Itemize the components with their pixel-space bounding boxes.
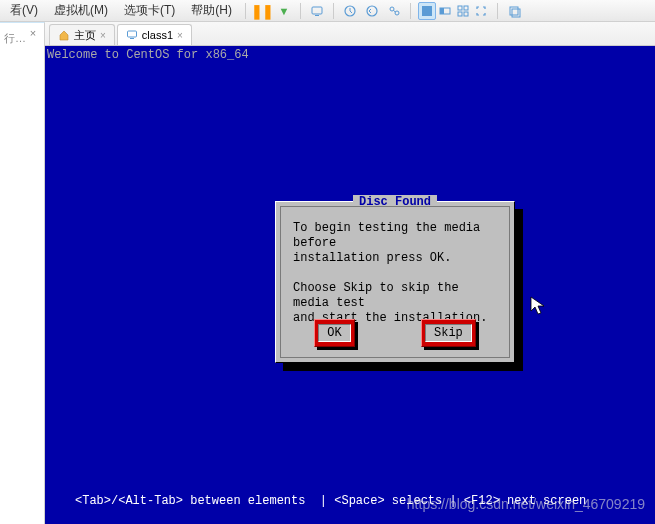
tab-home[interactable]: 主页 × (49, 24, 115, 45)
svg-rect-1 (315, 15, 319, 16)
ok-button[interactable]: OK (314, 319, 354, 347)
separator (333, 3, 334, 19)
left-sidebar: 行… × (0, 22, 45, 524)
skip-button-label: Skip (425, 324, 472, 342)
separator (497, 3, 498, 19)
svg-rect-8 (440, 8, 444, 14)
svg-rect-13 (510, 7, 518, 15)
fullscreen-icon[interactable] (472, 2, 490, 20)
tab-close-icon[interactable]: × (100, 30, 106, 41)
svg-rect-12 (464, 12, 468, 16)
tab-vm-label: class1 (142, 29, 173, 41)
unity-icon[interactable] (505, 2, 523, 20)
svg-point-4 (390, 7, 394, 11)
snapshot-icon[interactable] (341, 2, 359, 20)
tab-close-icon[interactable]: × (177, 30, 183, 41)
menubar: 看(V) 虚拟机(M) 选项卡(T) 帮助(H) ❚❚ ▼ (0, 0, 655, 22)
svg-rect-10 (464, 6, 468, 10)
svg-rect-14 (512, 9, 520, 17)
svg-rect-9 (458, 6, 462, 10)
tab-vm[interactable]: class1 × (117, 24, 192, 45)
tab-home-label: 主页 (74, 28, 96, 43)
play-dropdown-icon[interactable]: ▼ (275, 2, 293, 20)
separator (245, 3, 246, 19)
svg-rect-6 (422, 6, 432, 16)
menu-vm[interactable]: 虚拟机(M) (48, 0, 114, 21)
console-welcome-text: Welcome to CentOS for x86_64 (47, 48, 249, 62)
separator (300, 3, 301, 19)
svg-rect-0 (312, 7, 322, 14)
sidebar-label: 行… (4, 31, 26, 46)
svg-rect-11 (458, 12, 462, 16)
mouse-cursor-icon (530, 296, 546, 321)
layout-single-icon[interactable] (418, 2, 436, 20)
dialog-body-text: To begin testing the media before instal… (293, 221, 497, 326)
skip-button[interactable]: Skip (421, 319, 476, 347)
menu-help[interactable]: 帮助(H) (185, 0, 238, 21)
send-ctrl-alt-del-icon[interactable] (308, 2, 326, 20)
ok-button-label: OK (318, 324, 350, 342)
snapshot-manager-icon[interactable] (385, 2, 403, 20)
layout-thumb-icon[interactable] (454, 2, 472, 20)
pause-icon[interactable]: ❚❚ (253, 2, 271, 20)
menu-view[interactable]: 看(V) (4, 0, 44, 21)
snapshot-revert-icon[interactable] (363, 2, 381, 20)
home-icon (58, 29, 70, 41)
layout-side-icon[interactable] (436, 2, 454, 20)
disc-found-dialog: Disc Found To begin testing the media be… (275, 201, 515, 363)
tabbar: 主页 × class1 × (45, 22, 655, 46)
svg-rect-16 (130, 38, 134, 39)
menu-tabs[interactable]: 选项卡(T) (118, 0, 181, 21)
separator (410, 3, 411, 19)
svg-point-3 (367, 6, 377, 16)
sidebar-close-icon[interactable]: × (26, 27, 40, 41)
vm-console[interactable]: Welcome to CentOS for x86_64 Disc Found … (45, 46, 655, 524)
svg-rect-15 (127, 31, 136, 37)
vm-icon (126, 29, 138, 41)
watermark-text: https://blog.csdn.net/weixin_46709219 (407, 496, 645, 512)
